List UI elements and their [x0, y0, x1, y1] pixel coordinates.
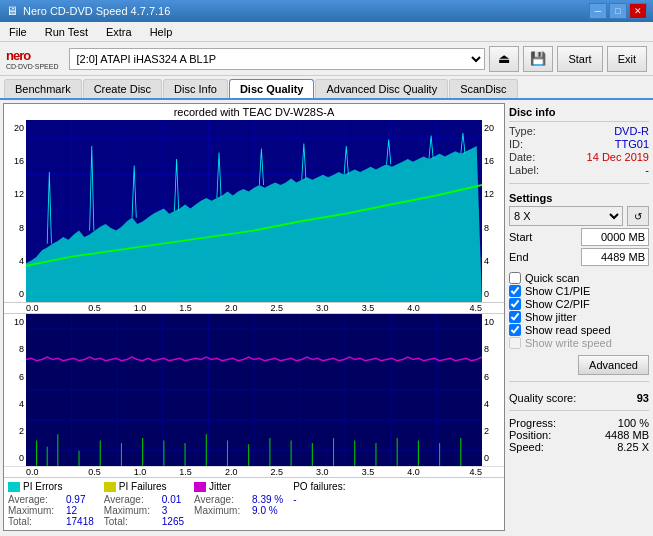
nero-logo-sub: CD·DVD·SPEED [6, 63, 59, 70]
quick-scan-checkbox[interactable] [509, 272, 521, 284]
nero-logo-text: nero [6, 48, 59, 63]
top-chart-svg [26, 120, 482, 302]
bottom-x-axis: 0.0 0.5 1.0 1.5 2.0 2.5 3.0 3.5 4.0 4.5 [4, 466, 504, 477]
legend-po-failures: PO failures: - [293, 481, 345, 505]
bottom-y-axis-left: 1086420 [4, 314, 26, 466]
start-button[interactable]: Start [557, 46, 602, 72]
menu-file[interactable]: File [4, 24, 32, 40]
legend-pi-errors: PI Errors Average:0.97 Maximum:12 Total:… [8, 481, 94, 527]
chart-header: recorded with TEAC DV-W28S-A [4, 104, 504, 120]
show-jitter-checkbox[interactable] [509, 311, 521, 323]
legend-pi-failures: PI Failures Average:0.01 Maximum:3 Total… [104, 481, 184, 527]
tab-create-disc[interactable]: Create Disc [83, 79, 162, 98]
top-y-axis-right: 201612840 [482, 120, 504, 302]
tab-disc-quality[interactable]: Disc Quality [229, 79, 315, 98]
pi-failures-icon [104, 482, 116, 492]
right-panel: Disc info Type: DVD-R ID: TTG01 Date: 14… [505, 100, 653, 534]
legend-area: PI Errors Average:0.97 Maximum:12 Total:… [4, 477, 504, 530]
menu-bar: File Run Test Extra Help [0, 22, 653, 42]
exit-button[interactable]: Exit [607, 46, 647, 72]
menu-extra[interactable]: Extra [101, 24, 137, 40]
tab-bar: Benchmark Create Disc Disc Info Disc Qua… [0, 76, 653, 100]
menu-help[interactable]: Help [145, 24, 178, 40]
disc-info-section: Disc info Type: DVD-R ID: TTG01 Date: 14… [509, 104, 649, 177]
app-logo: nero CD·DVD·SPEED [6, 48, 59, 70]
app-title: Nero CD-DVD Speed 4.7.7.16 [23, 5, 170, 17]
drive-select[interactable]: [2:0] ATAPI iHAS324 A BL1P [69, 48, 486, 70]
speed-select[interactable]: 8 X [509, 206, 623, 226]
end-input[interactable] [581, 248, 649, 266]
menu-run-test[interactable]: Run Test [40, 24, 93, 40]
tab-disc-info[interactable]: Disc Info [163, 79, 228, 98]
bottom-y-axis-right: 1086420 [482, 314, 504, 466]
pi-errors-icon [8, 482, 20, 492]
advanced-button[interactable]: Advanced [578, 355, 649, 375]
quality-score-row: Quality score: 93 [509, 392, 649, 404]
start-input[interactable] [581, 228, 649, 246]
app-icon: 🖥 [6, 4, 18, 18]
save-button[interactable]: 💾 [523, 46, 553, 72]
main-content: recorded with TEAC DV-W28S-A 201612840 [0, 100, 653, 534]
close-button[interactable]: ✕ [629, 3, 647, 19]
minimize-button[interactable]: ─ [589, 3, 607, 19]
top-x-axis: 0.0 0.5 1.0 1.5 2.0 2.5 3.0 3.5 4.0 4.5 [4, 303, 504, 313]
progress-section: Progress: 100 % Position: 4488 MB Speed:… [509, 417, 649, 453]
bottom-chart-svg [26, 314, 482, 466]
show-write-speed-checkbox [509, 337, 521, 349]
toolbar: nero CD·DVD·SPEED [2:0] ATAPI iHAS324 A … [0, 42, 653, 76]
jitter-icon [194, 482, 206, 492]
checkboxes-section: Quick scan Show C1/PIE Show C2/PIF Show … [509, 271, 649, 350]
maximize-button[interactable]: □ [609, 3, 627, 19]
legend-jitter: Jitter Average:8.39 % Maximum:9.0 % [194, 481, 283, 516]
settings-refresh-button[interactable]: ↺ [627, 206, 649, 226]
title-bar: 🖥 Nero CD-DVD Speed 4.7.7.16 ─ □ ✕ [0, 0, 653, 22]
show-c2pif-checkbox[interactable] [509, 298, 521, 310]
tab-scandisc[interactable]: ScanDisc [449, 79, 517, 98]
show-c1pie-checkbox[interactable] [509, 285, 521, 297]
settings-section: Settings 8 X ↺ Start End [509, 190, 649, 268]
eject-button[interactable]: ⏏ [489, 46, 519, 72]
tab-benchmark[interactable]: Benchmark [4, 79, 82, 98]
top-y-axis-left: 201612840 [4, 120, 26, 302]
tab-advanced-disc-quality[interactable]: Advanced Disc Quality [315, 79, 448, 98]
show-read-speed-checkbox[interactable] [509, 324, 521, 336]
